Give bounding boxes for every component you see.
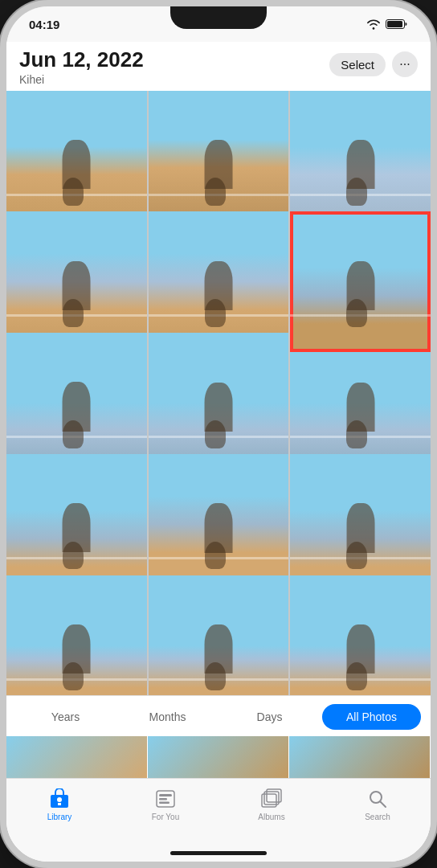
svg-line-13 <box>381 802 386 808</box>
thumb-1[interactable] <box>6 736 148 778</box>
header-right: Select ··· <box>329 51 418 77</box>
photo-cell-11[interactable] <box>149 454 289 595</box>
nav-label-albums: Albums <box>258 813 284 821</box>
tab-years[interactable]: Years <box>16 704 115 730</box>
search-icon <box>367 788 388 809</box>
library-icon <box>49 788 70 809</box>
thumb-2[interactable] <box>148 736 289 778</box>
photo-cell-13[interactable] <box>6 575 147 695</box>
battery-icon <box>386 18 408 30</box>
thumb-3[interactable] <box>289 736 431 778</box>
photo-cell-9[interactable] <box>290 333 431 473</box>
notch <box>170 6 267 29</box>
bottom-nav: Library For You Albums <box>6 778 431 844</box>
timeline-tabs: Years Months Days All Photos <box>6 695 431 736</box>
header-left: Jun 12, 2022 Kihei <box>19 48 144 86</box>
svg-rect-4 <box>58 803 61 805</box>
header-date: Jun 12, 2022 <box>19 48 144 72</box>
status-icons <box>366 18 408 30</box>
svg-rect-1 <box>387 21 402 27</box>
svg-point-3 <box>57 797 62 802</box>
tab-months[interactable]: Months <box>118 704 217 730</box>
home-indicator <box>6 844 431 862</box>
photo-cell-2[interactable] <box>149 91 289 231</box>
select-button[interactable]: Select <box>329 53 386 76</box>
photo-cell-1[interactable] <box>6 91 147 231</box>
svg-rect-8 <box>159 802 169 805</box>
status-bar: 04:19 <box>6 6 431 42</box>
photo-cell-12[interactable] <box>290 454 431 595</box>
photo-grid <box>6 91 431 695</box>
photo-cell-5[interactable] <box>149 211 289 352</box>
photo-cell-14[interactable] <box>149 575 289 695</box>
status-time: 04:19 <box>29 18 59 31</box>
photo-cell-3[interactable] <box>290 91 431 231</box>
more-dots: ··· <box>399 57 410 72</box>
svg-rect-7 <box>159 798 167 800</box>
nav-item-library[interactable]: Library <box>6 787 112 823</box>
tab-all-photos[interactable]: All Photos <box>322 704 421 730</box>
albums-icon <box>261 788 282 809</box>
nav-label-library: Library <box>47 813 72 821</box>
photo-cell-10[interactable] <box>6 454 147 595</box>
thumbnail-strip <box>6 736 431 778</box>
more-button[interactable]: ··· <box>392 51 418 77</box>
for-you-icon <box>155 788 176 809</box>
nav-item-albums[interactable]: Albums <box>218 787 325 823</box>
phone-frame: 04:19 Jun 12, 2022 Kihei Sel <box>0 0 437 868</box>
screen: Jun 12, 2022 Kihei Select ··· <box>6 42 431 862</box>
nav-label-search: Search <box>365 813 390 821</box>
photo-cell-7[interactable] <box>6 333 147 473</box>
nav-item-for-you[interactable]: For You <box>112 787 218 823</box>
home-bar <box>170 851 267 855</box>
header: Jun 12, 2022 Kihei Select ··· <box>6 42 431 91</box>
nav-label-for-you: For You <box>152 813 179 821</box>
wifi-icon <box>366 18 381 30</box>
tab-days[interactable]: Days <box>220 704 319 730</box>
header-location: Kihei <box>19 73 144 86</box>
photo-cell-8[interactable] <box>149 333 289 473</box>
photo-cell-6-highlighted[interactable] <box>290 211 431 352</box>
svg-rect-6 <box>159 794 172 796</box>
photo-cell-4[interactable] <box>6 211 147 352</box>
photo-cell-15[interactable] <box>290 575 431 695</box>
nav-item-search[interactable]: Search <box>325 787 431 823</box>
